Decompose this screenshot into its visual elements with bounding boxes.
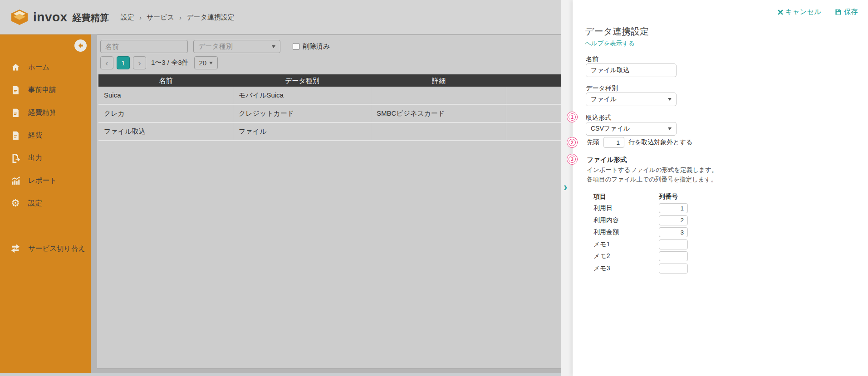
annotation-number: 1 [569,113,576,121]
prev-page-button[interactable]: ‹ [100,56,113,69]
switch-icon [10,244,20,254]
next-page-button[interactable]: › [133,56,146,69]
cell-name: ファイル取込 [98,123,233,140]
cell-type: クレジットカード [233,105,371,122]
help-link[interactable]: ヘルプを表示する [585,39,635,48]
data-type-filter-placeholder: データ種別 [198,42,233,51]
name-input[interactable] [586,63,677,77]
import-format-select[interactable]: CSVファイル [586,122,677,136]
file-format-row: メモ1 [593,239,688,251]
arrow-left-icon [77,42,84,49]
app-logo[interactable]: invox 経費精算 [10,9,109,26]
data-type-select[interactable]: ファイル [586,93,677,106]
brand-suffix: 経費精算 [73,12,109,24]
cell-name: クレカ [98,105,233,122]
sidebar-item-label: レポート [28,176,57,186]
skip-rows-prefix: 先頭 [587,138,599,146]
name-filter-input[interactable] [100,40,188,53]
table-row[interactable]: クレカ クレジットカード SMBCビジネスカード [98,105,567,123]
save-icon [835,9,842,15]
pagination-range: 1〜3 / 全3件 [151,59,189,67]
sidebar-item-settings[interactable]: ⚙ 設定 [0,192,91,215]
column-number-input[interactable] [659,215,688,225]
file-format-description: インポートするファイルの形式を定義します。 各項目のファイル上での列番号を指定し… [587,165,717,184]
table-row[interactable]: ファイル取込 ファイル [98,123,567,141]
item-label: メモ1 [593,240,610,249]
sidebar-item-home[interactable]: ホーム [0,56,91,78]
sidebar-item-label: 事前申請 [28,85,56,95]
file-format-description-line2: 各項目のファイル上での列番号を指定します。 [587,176,717,183]
cell-name: Suica [98,87,233,104]
brand-name: invox [33,10,68,24]
column-number-input[interactable] [659,251,688,261]
deleted-filter[interactable]: 削除済み [293,42,330,51]
data-type-filter-select[interactable]: データ種別 [193,40,280,53]
item-label: 利用内容 [593,216,619,225]
table-row[interactable]: Suica モバイルSuica [98,87,567,105]
data-type-field-label: データ種別 [586,84,618,93]
sidebar-item-report[interactable]: レポート [0,169,91,192]
skip-rows-input[interactable] [603,137,624,148]
breadcrumb-item-current: データ連携設定 [186,13,235,22]
breadcrumb-item-settings[interactable]: 設定 [121,13,134,22]
sidebar: ホーム 事前申請 経費精算 経費 出力 [0,34,91,373]
item-label: 利用金額 [593,228,619,236]
sidebar-item-service-switch[interactable]: サービス切り替え [0,237,91,260]
cell-detail [371,123,506,140]
panel-title: データ連携設定 [585,25,649,38]
cancel-button[interactable]: キャンセル [778,7,821,17]
skip-rows-setting: 先頭 行を取込対象外とする [587,137,692,148]
caret-down-icon [668,98,672,101]
sidebar-collapse-button[interactable] [74,39,87,52]
document-icon [10,107,20,117]
page-size-value: 20 [199,59,207,67]
file-format-row: 利用日 [593,202,688,215]
page-size-select[interactable]: 20 [194,56,218,69]
caret-down-icon [668,127,672,130]
item-label: 利用日 [593,204,613,212]
column-number-input[interactable] [659,264,688,273]
sidebar-item-expense-settlement[interactable]: 経費精算 [0,101,91,124]
sidebar-item-advance-request[interactable]: 事前申請 [0,78,91,101]
column-number-input[interactable] [659,203,688,213]
sidebar-item-expense[interactable]: 経費 [0,124,91,146]
save-button[interactable]: 保存 [835,7,858,17]
column-header-type: データ種別 [233,74,371,87]
file-format-description-line1: インポートするファイルの形式を定義します。 [587,166,717,173]
detail-panel: キャンセル 保存 データ連携設定 ヘルプを表示する 名前 データ種別 ファイル … [573,0,868,376]
file-format-table: 項目 列番号 利用日 利用内容 利用金額 メモ1 メモ2 メモ3 [593,191,688,274]
file-format-row: 利用金額 [593,226,688,239]
sidebar-item-label: ホーム [28,63,49,72]
chevron-right-icon: › [179,14,181,21]
sidebar-item-label: 設定 [28,199,42,208]
export-icon [10,153,20,163]
breadcrumb-item-service[interactable]: サービス [147,13,174,22]
horizontal-scrollbar[interactable] [0,373,561,376]
panel-collapse-handle[interactable]: › [561,0,573,376]
cell-type: ファイル [233,123,371,140]
item-column-header: 項目 [593,193,606,201]
deleted-checkbox-label: 削除済み [303,42,330,51]
item-label: メモ2 [593,252,610,260]
sidebar-item-output[interactable]: 出力 [0,146,91,169]
current-page-button[interactable]: 1 [117,56,130,69]
column-header-name: 名前 [98,74,233,87]
file-format-row: メモ2 [593,250,688,263]
table-header-row: 名前 データ種別 詳細 [98,74,567,87]
deleted-checkbox[interactable] [293,43,299,50]
x-icon [778,10,783,15]
filter-bar: データ種別 削除済み [100,40,330,53]
cell-type: モバイルSuica [233,87,371,104]
chevron-right-icon[interactable]: › [564,181,567,194]
column-number-input[interactable] [659,239,688,249]
home-icon [10,62,20,72]
column-number-input[interactable] [659,227,688,237]
cancel-button-label: キャンセル [785,7,821,17]
cell-detail [371,87,506,104]
file-format-row: 利用内容 [593,215,688,227]
sidebar-nav: ホーム 事前申請 経費精算 経費 出力 [0,56,91,260]
annotation-badge-2: 2 [567,137,578,148]
cell-extra [506,105,567,122]
report-icon [10,176,20,186]
item-label: メモ3 [593,264,610,273]
